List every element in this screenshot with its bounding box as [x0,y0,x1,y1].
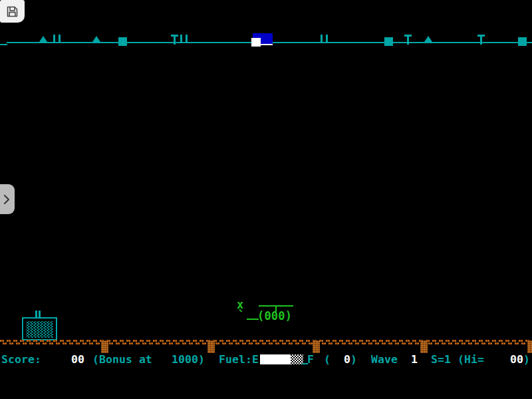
status-text: Wave [371,354,398,365]
radar-viewport-underline [261,44,273,45]
heli-body: (000) [257,311,292,322]
heli-tail-hook: ` [237,309,245,322]
chevron-right-icon [2,193,11,206]
radar-marker-triangle [39,36,47,42]
radar-marker-triangle [92,36,100,42]
radar-marker-square [384,37,393,46]
radar-marker-tee [171,35,178,45]
status-bar: Score:00(Bonus at1000)Fuel:EF(0)Wave1S=1… [0,351,532,367]
radar-marker-square [518,37,527,46]
radar-marker-gate [180,35,188,42]
ground-strip [0,340,532,344]
status-text: (Bonus at [92,354,152,365]
save-button[interactable] [0,0,25,23]
radar-player-dot [251,38,261,47]
floppy-disk-icon [5,5,19,19]
status-text: 00 [71,354,84,365]
status-text: ( [324,354,331,365]
panel-toggle-button[interactable] [0,184,15,214]
status-text: S=1 [431,354,451,365]
radar-marker-tee [404,35,412,45]
depot-fill-pattern [26,321,53,338]
game-screen[interactable]: x ` (000) Score:00(Bonus at1000)Fuel:EF(… [0,0,532,399]
depot-tank [22,317,57,340]
radar-line-step [0,44,7,45]
status-text: ) [350,354,357,365]
radar-marker-gate [53,35,61,42]
radar-marker-viewport [251,33,273,47]
status-text: 1000) [172,354,205,365]
radar-marker-triangle [424,36,432,42]
status-text: F [307,354,314,365]
fuel-gauge-solid [260,354,291,364]
status-text: ) [523,354,530,365]
radar-marker-square [118,37,127,46]
status-text: Fuel:E [219,354,259,365]
status-text: 00 [510,354,523,365]
fuel-gauge-line [302,363,308,364]
status-text: 1 [411,354,418,365]
radar-marker-tee [477,35,485,45]
radar-marker-gate [321,35,328,42]
status-text: Score: [1,354,41,365]
status-text: 0 [344,354,350,365]
status-text: (Hi= [458,354,484,365]
